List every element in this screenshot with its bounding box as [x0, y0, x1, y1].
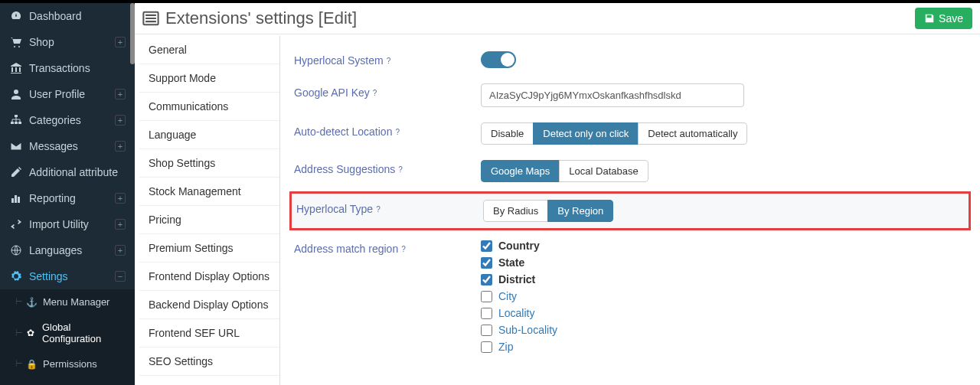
btn-autodetect-onclick[interactable]: Detect only on click	[533, 122, 639, 145]
bar-chart-icon	[9, 192, 23, 204]
sidebar-item-dashboard[interactable]: Dashboard	[0, 3, 135, 29]
label-autodetect: Auto-detect Location ?	[294, 122, 481, 138]
sidebar-sub-global-config[interactable]: ⊢ ✿ Global Configuration	[0, 315, 135, 351]
input-api-key[interactable]	[481, 83, 744, 107]
check-state[interactable]: State	[481, 256, 966, 269]
checkbox-locality[interactable]	[481, 308, 492, 319]
check-locality[interactable]: Locality	[481, 307, 966, 319]
cog-icon: ✿	[26, 328, 36, 338]
help-icon[interactable]: ?	[398, 165, 403, 174]
checkbox-sub-locality[interactable]	[481, 325, 492, 336]
label-text: Address match region	[294, 243, 398, 255]
svg-rect-2	[11, 122, 14, 124]
tab-stock-management[interactable]: Stock Management	[139, 178, 279, 206]
title-bar: Extensions' settings [Edit] Save	[135, 3, 980, 34]
tab-frontend-display[interactable]: Frontend Display Options	[139, 263, 279, 291]
sidebar-item-shop[interactable]: Shop +	[0, 29, 135, 55]
btn-autodetect-auto[interactable]: Detect automatically	[638, 122, 747, 145]
row-autodetect: Auto-detect Location ? Disable Detect on…	[294, 115, 966, 152]
help-icon[interactable]: ?	[395, 128, 400, 136]
label-api-key: Google API Key ?	[294, 83, 481, 99]
sidebar-item-transactions[interactable]: Transactions	[0, 55, 135, 81]
row-api-key: Google API Key ?	[294, 76, 966, 115]
sidebar-settings-submenu: ⊢ ⚓ Menu Manager ⊢ ✿ Global Configuratio…	[0, 289, 135, 385]
label-text: Auto-detect Location	[294, 126, 392, 138]
lock-icon: 🔒	[26, 359, 37, 370]
btn-suggestions-local[interactable]: Local Database	[559, 160, 648, 182]
tachometer-icon	[9, 10, 23, 22]
label-hyperlocal-system: Hyperlocal System ?	[294, 51, 481, 67]
sidebar-item-categories[interactable]: Categories +	[0, 107, 135, 133]
main-panel: Extensions' settings [Edit] Save General…	[135, 3, 980, 385]
sidebar-item-languages[interactable]: Languages +	[0, 237, 135, 263]
check-district[interactable]: District	[481, 273, 966, 285]
label-match-region: Address match region ?	[294, 240, 481, 255]
sidebar-item-user-profile[interactable]: User Profile +	[0, 81, 135, 107]
help-icon[interactable]: ?	[387, 57, 391, 65]
toggle-hyperlocal-system[interactable]	[481, 51, 516, 68]
tab-language[interactable]: Language	[139, 121, 279, 149]
svg-rect-1	[15, 115, 18, 117]
sidebar-sub-currencies[interactable]: ⊢ $ Currencies	[0, 377, 135, 385]
checkbox-state[interactable]	[481, 257, 492, 269]
sidebar-item-messages[interactable]: Messages +	[0, 133, 135, 159]
plus-icon: +	[115, 141, 126, 152]
check-zip[interactable]: Zip	[481, 341, 966, 353]
svg-rect-7	[18, 197, 20, 203]
svg-rect-5	[11, 198, 14, 203]
check-label: Locality	[498, 307, 534, 319]
btn-type-radius[interactable]: By Radius	[483, 200, 548, 222]
tab-shop-settings[interactable]: Shop Settings	[139, 149, 279, 178]
checkbox-zip[interactable]	[481, 341, 492, 353]
sidebar-item-import-utility[interactable]: Import Utility +	[0, 211, 135, 237]
envelope-icon	[9, 140, 23, 152]
tab-pricing[interactable]: Pricing	[139, 206, 279, 234]
btn-type-region[interactable]: By Region	[547, 200, 613, 222]
checkbox-city[interactable]	[481, 291, 492, 302]
gear-icon	[9, 270, 23, 282]
check-label: City	[498, 290, 517, 302]
plus-icon: +	[115, 115, 126, 126]
btn-suggestions-google[interactable]: Google Maps	[481, 160, 560, 182]
check-country[interactable]: Country	[481, 240, 966, 252]
plus-icon: +	[115, 193, 126, 204]
tab-general[interactable]: General	[139, 36, 279, 64]
sidebar-sub-label: Permissions	[43, 358, 97, 370]
list-icon	[142, 10, 159, 27]
help-icon[interactable]: ?	[373, 89, 377, 97]
sidebar-sub-menu-manager[interactable]: ⊢ ⚓ Menu Manager	[0, 289, 135, 315]
sidebar-item-additional-attribute[interactable]: Additional attribute	[0, 159, 135, 185]
check-sub-locality[interactable]: Sub-Locality	[481, 324, 966, 336]
help-icon[interactable]: ?	[401, 245, 406, 253]
tab-frontend-sef[interactable]: Frontend SEF URL	[139, 319, 279, 347]
checkbox-district[interactable]	[481, 274, 492, 285]
sitemap-icon	[9, 114, 23, 126]
help-icon[interactable]: ?	[376, 205, 381, 214]
save-floppy-icon	[924, 13, 935, 24]
tab-media[interactable]: Media	[139, 376, 279, 385]
tab-support-mode[interactable]: Support Mode	[139, 64, 279, 93]
tree-line: ⊢	[15, 359, 23, 369]
row-suggestions: Address Suggestions ? Google Maps Local …	[294, 152, 966, 190]
btn-autodetect-disable[interactable]: Disable	[481, 122, 534, 145]
sidebar-sub-permissions[interactable]: ⊢ 🔒 Permissions	[0, 351, 135, 377]
save-button[interactable]: Save	[915, 8, 972, 29]
sidebar-label: Dashboard	[29, 10, 82, 22]
minus-icon: −	[115, 271, 126, 282]
sidebar-item-reporting[interactable]: Reporting +	[0, 185, 135, 211]
user-icon	[9, 88, 23, 100]
check-city[interactable]: City	[481, 290, 966, 302]
tab-communications[interactable]: Communications	[139, 93, 279, 121]
settings-tabs: General Support Mode Communications Lang…	[139, 36, 280, 385]
checkbox-country[interactable]	[481, 240, 492, 252]
sidebar-label: Categories	[29, 114, 81, 126]
check-label: Sub-Locality	[498, 324, 557, 336]
sidebar-item-settings[interactable]: Settings −	[0, 263, 135, 289]
check-label: State	[498, 256, 524, 269]
svg-point-0	[14, 90, 18, 94]
tab-premium-settings[interactable]: Premium Settings	[139, 234, 279, 263]
tab-backend-display[interactable]: Backend Display Options	[139, 291, 279, 319]
plus-icon: +	[115, 37, 126, 47]
label-text: Hyperlocal Type	[296, 203, 373, 215]
tab-seo-settings[interactable]: SEO Settings	[139, 347, 279, 376]
